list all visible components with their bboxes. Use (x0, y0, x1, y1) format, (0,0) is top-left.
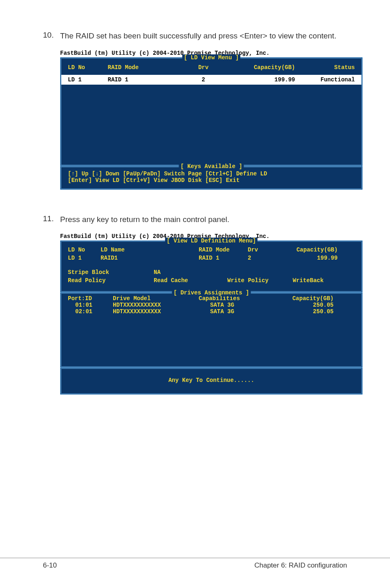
drives-header-row: Port:ID Drive Model Capabilities Capacit… (68, 295, 355, 302)
ld-header-row: LD No RAID Mode Drv Capacity(GB) Status (61, 58, 361, 75)
keys-title: [ Keys Available ] (179, 163, 244, 170)
keys-line-2: [Enter] View LD [Ctrl+V] View JBOD Disk … (68, 177, 355, 184)
step-text: The RAID set has been built successfully… (60, 31, 336, 42)
bios-screen-2-container: FastBuild (tm) Utility (c) 2004-2010 Pro… (60, 233, 347, 395)
ld-data-row: LD 1 RAID 1 2 199.99 Functional (61, 75, 361, 85)
ld-view-frame: [ LD View Menu ] LD No RAID Mode Drv Cap… (60, 57, 363, 166)
continue-text: Any Key To Continue...... (61, 369, 361, 393)
cell-drv: 2 (175, 76, 231, 83)
drive-capacity: 250.05 (272, 302, 334, 308)
header-ld-no: LD No (68, 64, 108, 71)
spacer (61, 85, 361, 165)
header-drv: Drv (175, 64, 231, 71)
drive-model: HDTXXXXXXXXXXX (113, 308, 199, 315)
drives-content: Port:ID Drive Model Capabilities Capacit… (61, 294, 361, 366)
step-10: 10. The RAID set has been built successf… (43, 31, 347, 42)
capacity-val: 199.99 (276, 254, 338, 262)
cell-capacity: 199.99 (231, 76, 295, 83)
drive-model: HDTXXXXXXXXXXX (113, 302, 199, 308)
drives-h-capacity: Capacity(GB) (272, 295, 334, 302)
footer-page-number: 6-10 (43, 561, 57, 570)
drives-h-port: Port:ID (68, 295, 113, 302)
bios-screen-1-container: FastBuild (tm) Utility (c) 2004-2010 Pro… (60, 50, 347, 190)
header-status: Status (295, 64, 355, 71)
drv-label: Drv (248, 246, 276, 254)
drv-val: 2 (248, 254, 276, 262)
view-ld-title: [ View LD Definition Menu] (165, 238, 258, 244)
step-number: 10. (43, 31, 60, 42)
cell-ld-no: LD 1 (68, 76, 108, 83)
capacity-label: Capacity(GB) (276, 246, 338, 254)
write-policy-label: Write Policy (227, 276, 293, 285)
step-text: Press any key to return to the main cont… (60, 214, 229, 225)
drives-h-cap: Capabilities (199, 295, 272, 302)
ld-no-label: LD No (68, 246, 101, 254)
ld-name-val: RAID1 (101, 254, 199, 262)
frame-title: [ LD View Menu ] (182, 54, 240, 61)
stripe-label: Stripe Block (68, 268, 154, 276)
drives-frame: [ Drives Assignments ] Port:ID Drive Mod… (60, 292, 363, 368)
drive-port: 01:01 (68, 302, 113, 308)
page-footer: 6-10 Chapter 6: RAID configuration (0, 558, 390, 570)
step-11: 11. Press any key to return to the main … (43, 214, 347, 225)
drive-capacity: 250.05 (272, 308, 334, 315)
drives-h-model: Drive Model (113, 295, 199, 302)
drive-cap: SATA 3G (199, 302, 272, 308)
cell-status: Functional (295, 76, 355, 83)
footer-chapter: Chapter 6: RAID configuration (254, 561, 347, 570)
raid-mode-label: RAID Mode (199, 246, 248, 254)
keys-frame: [ Keys Available ] [↑] Up [↓] Down [PaUp… (60, 166, 363, 190)
keys-content: [↑] Up [↓] Down [PaUp/PaDn] Switch Page … (61, 167, 361, 189)
read-cache: Read Cache (154, 276, 227, 285)
ld-no-val: LD 1 (68, 254, 101, 262)
writeback: WriteBack (293, 276, 342, 285)
drive-row: 01:01 HDTXXXXXXXXXXX SATA 3G 250.05 (68, 302, 355, 308)
cell-raid-mode: RAID 1 (108, 76, 176, 83)
continue-frame: Any Key To Continue...... (60, 368, 363, 395)
raid-mode-val: RAID 1 (199, 254, 248, 262)
bios-screen-2: [ View LD Definition Menu] LD No LD Name… (60, 240, 363, 395)
view-ld-frame: [ View LD Definition Menu] LD No LD Name… (60, 240, 363, 292)
drive-row: 02:01 HDTXXXXXXXXXXX SATA 3G 250.05 (68, 308, 355, 315)
header-capacity: Capacity(GB) (231, 64, 295, 71)
step-number: 11. (43, 214, 60, 225)
stripe-val: NA (154, 268, 240, 276)
ld-name-label: LD Name (101, 246, 199, 254)
drives-title: [ Drives Assignments ] (172, 290, 251, 296)
read-policy-label: Read Policy (68, 276, 154, 285)
bios-screen-1: [ LD View Menu ] LD No RAID Mode Drv Cap… (60, 57, 363, 190)
drives-spacer (68, 315, 355, 364)
drive-cap: SATA 3G (199, 308, 272, 315)
view-ld-content: LD No LD Name RAID Mode Drv Capacity(GB)… (61, 242, 361, 291)
header-raid-mode: RAID Mode (108, 64, 176, 71)
keys-line-1: [↑] Up [↓] Down [PaUp/PaDn] Switch Page … (68, 171, 355, 177)
drive-port: 02:01 (68, 308, 113, 315)
